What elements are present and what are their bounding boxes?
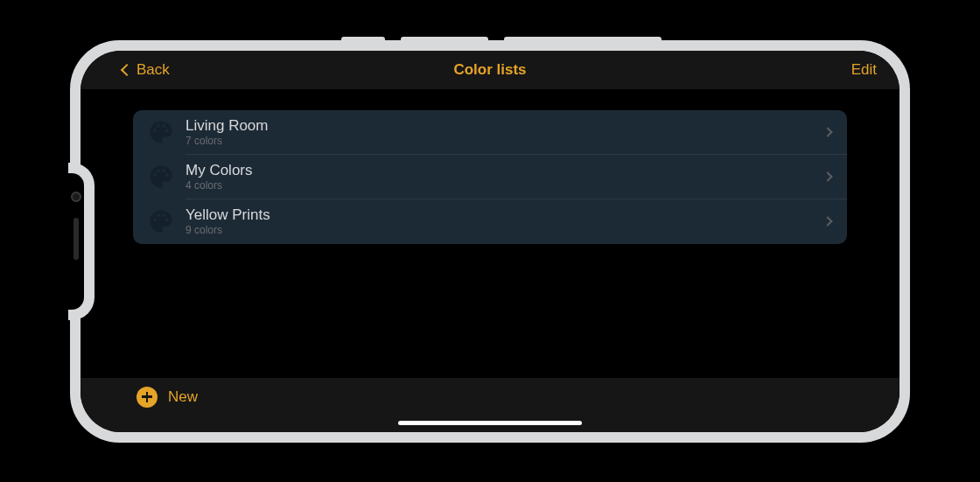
phone-frame: Back Color lists Edit Living Room 7 colo…	[70, 40, 910, 443]
palette-icon	[145, 206, 177, 237]
phone-button-bump	[341, 37, 385, 40]
front-camera	[71, 192, 81, 202]
chevron-left-icon	[121, 63, 133, 75]
list-item-title: Yellow Prints	[186, 206, 824, 224]
chevron-right-icon	[822, 216, 832, 226]
screen: Back Color lists Edit Living Room 7 colo…	[80, 51, 900, 432]
chevron-right-icon	[822, 171, 832, 181]
chevron-right-icon	[822, 127, 832, 136]
list-item-title: Living Room	[186, 117, 824, 135]
page-title: Color lists	[453, 61, 526, 79]
phone-button-bump	[401, 37, 488, 40]
new-label: New	[168, 388, 198, 406]
list-item-text: Yellow Prints 9 colors	[186, 206, 824, 236]
palette-icon	[145, 116, 177, 148]
list-item-yellow-prints[interactable]: Yellow Prints 9 colors	[133, 199, 847, 244]
navigation-bar: Back Color lists Edit	[80, 51, 900, 89]
list-item-subtitle: 7 colors	[186, 135, 824, 147]
bottom-toolbar: New	[80, 378, 900, 432]
list-item-text: Living Room 7 colors	[186, 117, 824, 147]
back-button[interactable]: Back	[122, 61, 170, 79]
edit-button[interactable]: Edit	[851, 61, 877, 79]
list-item-living-room[interactable]: Living Room 7 colors	[133, 110, 847, 155]
color-lists-card: Living Room 7 colors My Colors 4 colors	[133, 110, 847, 244]
list-item-my-colors[interactable]: My Colors 4 colors	[133, 155, 847, 199]
content-area: Living Room 7 colors My Colors 4 colors	[80, 89, 900, 378]
phone-button-bump	[504, 37, 662, 40]
plus-circle-icon	[136, 387, 158, 408]
palette-icon	[145, 161, 177, 192]
back-label: Back	[136, 61, 170, 79]
speaker-grille	[74, 218, 79, 260]
new-button[interactable]: New	[136, 387, 198, 408]
home-indicator[interactable]	[398, 421, 582, 425]
list-item-subtitle: 9 colors	[186, 224, 824, 236]
device-notch	[68, 163, 94, 320]
list-item-subtitle: 4 colors	[186, 179, 824, 192]
list-item-text: My Colors 4 colors	[186, 162, 824, 192]
list-item-title: My Colors	[186, 162, 824, 179]
